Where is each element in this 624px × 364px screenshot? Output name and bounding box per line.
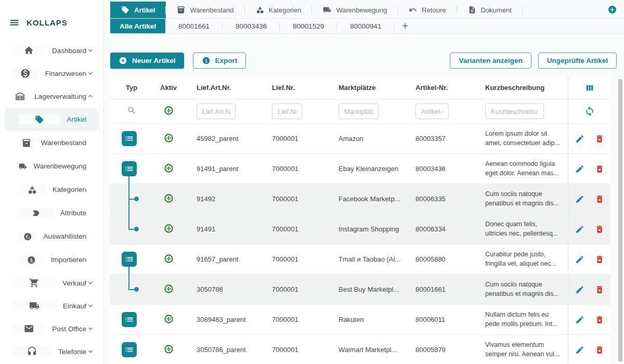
cell-lief-art-nr: 3050786_parent [184, 346, 259, 354]
col-header-artikel-nr[interactable]: Artikel-Nr. [403, 84, 473, 92]
refresh-icon[interactable] [584, 106, 595, 116]
active-status-icon[interactable] [164, 254, 174, 264]
module-tab[interactable]: Kategorien [245, 2, 313, 18]
delete-icon[interactable] [595, 164, 604, 174]
parent-list-icon[interactable] [122, 312, 137, 327]
sidebar-item[interactable]: Finanzwesen [5, 62, 99, 85]
module-tab-label: Kategorien [269, 6, 302, 14]
delete-icon[interactable] [595, 255, 604, 264]
parent-list-icon[interactable] [122, 131, 137, 146]
sidebar-item-label: Dashboard [52, 47, 86, 55]
tree-connector-vertical [128, 176, 129, 184]
active-status-icon[interactable] [164, 163, 174, 173]
chevron-icon [86, 347, 95, 356]
active-status-icon[interactable] [164, 133, 174, 143]
edit-icon[interactable] [575, 285, 584, 294]
active-status-icon[interactable] [164, 284, 174, 294]
scrollbar-thumb[interactable] [618, 79, 622, 362]
filter-marktplaetze-input[interactable] [339, 103, 379, 119]
sidebar-item[interactable]: Artikel [5, 108, 99, 131]
sidebar-nav: Dashboard Finanzwesen Lagerverwaltung Ar… [0, 39, 103, 363]
export-button[interactable]: Export [193, 53, 246, 69]
sidebar-item[interactable]: Telefonie [5, 340, 99, 363]
article-tab[interactable]: 80001661 [165, 19, 223, 33]
inventory-icon [19, 138, 34, 148]
parent-list-icon[interactable] [122, 342, 137, 357]
edit-icon[interactable] [575, 194, 584, 204]
module-tab[interactable]: Retoure [398, 2, 457, 18]
edit-icon[interactable] [575, 255, 584, 264]
sidebar-item[interactable]: Attribute [5, 201, 99, 225]
table-row: 91491_parent 7000001 Ebay Kleinanzeigen … [110, 154, 610, 184]
col-header-lief-nr[interactable]: Lief.Nr. [259, 84, 326, 92]
sidebar-item[interactable]: Warenbewegung [5, 154, 99, 178]
filter-lief-nr-input[interactable] [272, 103, 302, 119]
article-tab[interactable]: 80001529 [280, 19, 337, 33]
module-tab[interactable]: Warenbestand [166, 2, 244, 18]
cell-kurzbeschreibung: Curabitur pede justo, fringilla vel, ali… [473, 250, 568, 268]
hamburger-menu-icon[interactable] [9, 17, 20, 28]
cell-kurzbeschreibung: Nullam dictum felis eu pede mollis preti… [473, 310, 568, 329]
col-header-lief-art-nr[interactable]: Lief.Art.Nr. [184, 84, 259, 92]
edit-icon[interactable] [575, 345, 584, 355]
table-header-row: Typ Aktiv Lief.Art.Nr. Lief.Nr. Marktplä… [110, 76, 610, 99]
sidebar-item[interactable]: Kategorien [5, 178, 99, 201]
chevron-icon [86, 115, 95, 124]
delete-icon[interactable] [595, 134, 604, 144]
active-filter-toggle-icon[interactable] [164, 106, 174, 115]
unchecked-articles-button[interactable]: Ungeprüfte Artikel [538, 53, 617, 69]
chevron-icon [86, 209, 95, 217]
sidebar-item-label: Finanzwesen [45, 70, 86, 77]
delete-icon[interactable] [595, 194, 604, 204]
download-circle-icon [202, 56, 211, 65]
mail-icon [12, 323, 45, 334]
delete-icon[interactable] [595, 315, 604, 324]
filter-artikel-nr-input[interactable] [415, 103, 449, 119]
module-tab[interactable]: Dokument [457, 2, 523, 18]
active-status-icon[interactable] [164, 224, 174, 233]
delete-icon[interactable] [595, 345, 604, 355]
edit-icon[interactable] [575, 164, 584, 174]
module-tab[interactable]: Warenbewegung [312, 2, 398, 18]
tree-connector-dot [134, 227, 139, 231]
active-status-icon[interactable] [164, 344, 174, 354]
col-header-marktplaetze[interactable]: Marktplätze [326, 84, 403, 92]
article-tab[interactable]: Alle Artikel [110, 19, 165, 33]
edit-icon[interactable] [575, 225, 584, 234]
show-variants-button[interactable]: Varianten anzeigen [450, 53, 531, 69]
sidebar-item[interactable]: Dashboard [5, 39, 99, 62]
sidebar-item[interactable]: Lagerverwaltung [5, 85, 99, 108]
sidebar-item[interactable]: Importieren [5, 248, 99, 271]
col-header-aktiv[interactable]: Aktiv [153, 84, 184, 92]
col-header-typ[interactable]: Typ [110, 84, 153, 92]
parent-list-icon[interactable] [122, 252, 137, 267]
table-row: 91492 7000001 Facebook Marketp... 800063… [110, 184, 610, 214]
sidebar-item[interactable]: Verkauf [5, 271, 99, 294]
cell-artikel-nr: 80005880 [403, 255, 473, 263]
article-tab[interactable]: 80003436 [223, 19, 280, 33]
active-status-icon[interactable] [164, 193, 174, 203]
sidebar-item[interactable]: Einkauf [5, 294, 99, 317]
column-settings-icon[interactable] [585, 83, 594, 93]
article-tab[interactable]: 80000941 [337, 19, 394, 33]
active-status-icon[interactable] [164, 314, 174, 324]
article-tab-label: 80001661 [178, 22, 210, 30]
edit-icon[interactable] [575, 134, 584, 144]
col-header-kurzbeschreibung[interactable]: Kurzbeschreibung [473, 84, 568, 92]
filter-lief-art-nr-input[interactable] [197, 103, 236, 119]
new-article-button[interactable]: Neuer Artikel [110, 53, 184, 69]
search-icon[interactable] [127, 106, 137, 115]
sidebar-item[interactable]: Post Office [5, 317, 99, 340]
add-module-icon[interactable] [607, 5, 617, 15]
module-tab-label: Retoure [422, 6, 446, 14]
add-article-tab-button[interactable]: + [394, 19, 416, 33]
sidebar-item[interactable]: Auswahllisten [5, 225, 99, 248]
filter-kurzbeschreibung-input[interactable] [485, 103, 544, 119]
parent-list-icon[interactable] [122, 161, 137, 176]
edit-icon[interactable] [575, 315, 584, 324]
delete-icon[interactable] [595, 225, 604, 234]
module-tab[interactable]: Artikel [110, 2, 166, 18]
cart-icon [12, 278, 56, 288]
delete-icon[interactable] [595, 285, 604, 294]
sidebar-item[interactable]: Warenbestand [5, 131, 99, 154]
